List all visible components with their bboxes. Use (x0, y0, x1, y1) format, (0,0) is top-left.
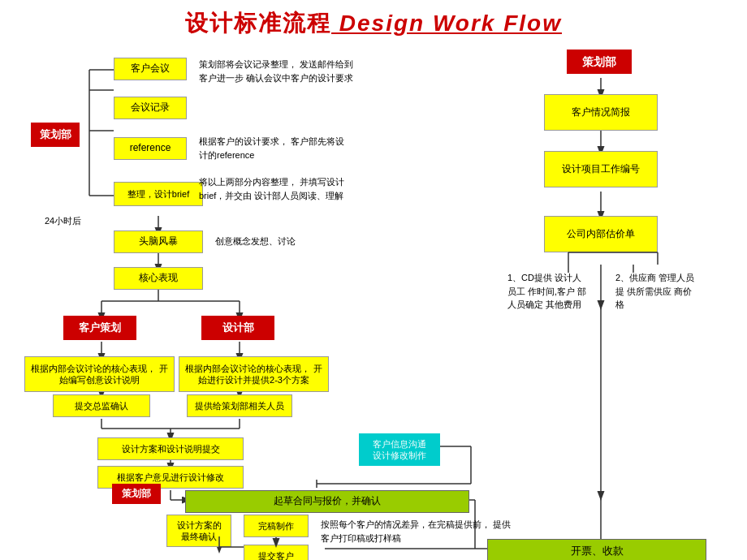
complete-box: 完稿制作 (244, 515, 309, 537)
flowchart: 策划部 策划部 客户会议 会议记录 reference 整理，设计brief 2… (8, 45, 739, 557)
provide-plan: 提供给策划部相关人员 (187, 394, 292, 417)
plan-dept-bottom: 策划部 (112, 484, 161, 504)
note7: 2、供应商 管理人员提 供所需供应 商价格 (615, 271, 697, 312)
invoice-box: 开票、收款 (487, 539, 706, 560)
kehu-plan-content: 根据内部会议讨论的核心表现， 开始编写创意设计说明 (24, 356, 175, 392)
huiyi-box: 会议记录 (114, 97, 187, 119)
design-confirm: 设计方案的 最终确认 (166, 515, 231, 547)
project-num-box: 设计项目工作编号 (544, 151, 658, 187)
tounao-box: 头脑风暴 (114, 230, 203, 253)
contract-box: 起草合同与报价，并确认 (185, 490, 469, 513)
plan-dept-left: 策划部 (31, 123, 80, 147)
note4: 创意概念发想、讨论 (215, 235, 296, 248)
design-content: 根据内部会议讨论的核心表现， 开始进行设计并提供2-3个方案 (179, 356, 329, 392)
kehu-info-com: 客户信息沟通 设计修改制作 (359, 433, 440, 466)
title-cn: 设计标准流程 (185, 11, 331, 36)
note6: 1、CD提供 设计人员工 作时间,客户 部人员确定 其他费用 (507, 271, 589, 312)
page: 设计标准流程 Design Work Flow (0, 0, 747, 560)
submit-zong: 提交总监确认 (53, 394, 150, 417)
reference-box: reference (114, 137, 187, 160)
kehu-plan-box: 客户策划 (63, 316, 136, 340)
page-title: 设计标准流程 Design Work Flow (8, 8, 739, 39)
hexin-box: 核心表现 (114, 267, 203, 290)
company-price-box: 公司内部估价单 (544, 216, 658, 252)
submit-box: 提交客户 (244, 545, 309, 560)
zhengli-box: 整理，设计brief (114, 182, 203, 206)
design-submit: 设计方案和设计说明提交 (97, 437, 244, 460)
note1: 策划部将会议记录整理， 发送邮件给到客户进一步 确认会议中客户的设计要求 (199, 58, 361, 84)
note-24h: 24小时后 (45, 214, 81, 228)
note8: 按照每个客户的情况差异，在完稿提供前， 提供客户打印稿或打样稿 (321, 518, 512, 545)
kehu-info-box: 客户情况简报 (544, 94, 658, 131)
design-dept-box: 设计部 (201, 316, 274, 340)
kehui-box: 客户会议 (114, 58, 187, 80)
note2: 根据客户的设计要求， 客户部先将设计的reference (199, 135, 353, 162)
note3: 将以上两部分内容整理， 并填写设计brief，并交由 设计部人员阅读、理解 (199, 175, 353, 202)
plan-dept-top-right: 策划部 (567, 50, 632, 74)
title-en: Design Work Flow (331, 11, 562, 36)
